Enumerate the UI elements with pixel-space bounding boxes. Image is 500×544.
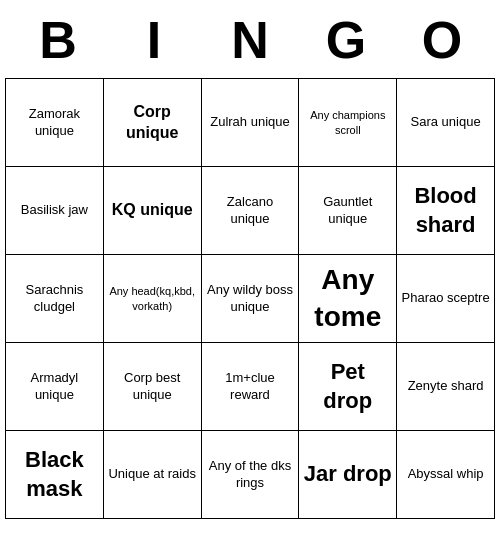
bingo-cell: Jar drop [299,431,397,519]
bingo-cell: Gauntlet unique [299,167,397,255]
bingo-cell: Any head(kq,kbd, vorkath) [104,255,202,343]
title-letter: I [110,10,198,70]
bingo-cell: Any wildy boss unique [202,255,300,343]
bingo-cell: Zalcano unique [202,167,300,255]
title-letter: O [398,10,486,70]
title-letter: B [14,10,102,70]
bingo-cell: Zenyte shard [397,343,495,431]
bingo-cell: Zulrah unique [202,79,300,167]
bingo-cell: Sarachnis cludgel [6,255,104,343]
bingo-cell: Corp best unique [104,343,202,431]
bingo-cell: Blood shard [397,167,495,255]
title-letter: N [206,10,294,70]
bingo-cell: Sara unique [397,79,495,167]
bingo-cell: KQ unique [104,167,202,255]
bingo-cell: Basilisk jaw [6,167,104,255]
bingo-cell: Corp unique [104,79,202,167]
bingo-cell: Black mask [6,431,104,519]
bingo-cell: 1m+clue reward [202,343,300,431]
bingo-cell: Pet drop [299,343,397,431]
title-letter: G [302,10,390,70]
bingo-grid: Zamorak uniqueCorp uniqueZulrah uniqueAn… [5,78,495,519]
bingo-cell: Any of the dks rings [202,431,300,519]
bingo-cell: Pharao sceptre [397,255,495,343]
bingo-cell: Unique at raids [104,431,202,519]
bingo-cell: Any tome [299,255,397,343]
bingo-cell: Abyssal whip [397,431,495,519]
bingo-cell: Zamorak unique [6,79,104,167]
bingo-cell: Any champions scroll [299,79,397,167]
bingo-cell: Armadyl unique [6,343,104,431]
bingo-header: BINGO [10,0,490,78]
